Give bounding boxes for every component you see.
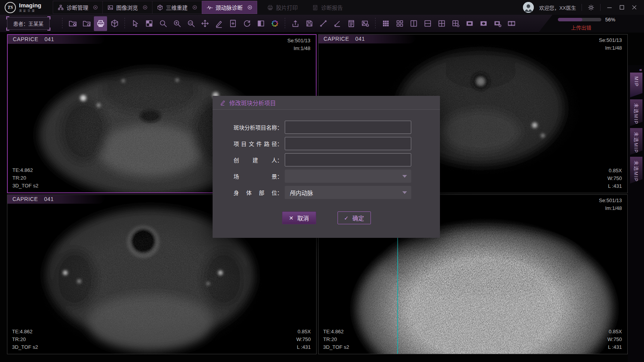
- app-window: TS Imaging 清影华康 诊断管理图像浏览三维重建颈动脉诊断胶片打印诊断报…: [0, 0, 644, 362]
- tool-folder-settings-icon[interactable]: [66, 16, 79, 31]
- tool-strip: x2: [59, 16, 518, 31]
- tool-image-upload-icon[interactable]: [358, 16, 372, 31]
- maximize-button[interactable]: [618, 4, 625, 11]
- field-label-text: 斑块分析项目名称: [234, 123, 277, 131]
- minimize-button[interactable]: [606, 4, 613, 11]
- chevron-down-icon: [402, 175, 407, 178]
- tab-label: 三维重建: [166, 3, 188, 11]
- tab-close-icon[interactable]: [142, 5, 148, 10]
- tool-layout-2x2-icon[interactable]: [435, 16, 448, 31]
- plaque-project-name-input[interactable]: [285, 121, 411, 134]
- tab-close-icon[interactable]: [93, 5, 98, 10]
- tool-search-icon[interactable]: [156, 16, 170, 31]
- brand-name: Imaging: [19, 2, 42, 9]
- close-button[interactable]: [631, 4, 638, 11]
- tool-upload-icon[interactable]: [289, 16, 302, 31]
- tool-cursor-icon[interactable]: [128, 16, 142, 31]
- field-control: 颅内动脉: [285, 186, 411, 199]
- printer-icon: [267, 4, 274, 11]
- tool-cube-icon[interactable]: [108, 16, 121, 31]
- overlay-line: TR:20: [12, 336, 38, 343]
- field-control: [285, 153, 411, 166]
- tool-measure-line-icon[interactable]: [317, 16, 330, 31]
- tab-image-browse[interactable]: 图像浏览: [102, 1, 152, 14]
- tool-printer-icon[interactable]: [94, 16, 107, 31]
- project-file-path-label: 项目文件路径：: [234, 140, 281, 147]
- overlay-line: 3D_TOF s2: [12, 182, 38, 190]
- cube-icon: [157, 4, 163, 11]
- tool-layout-close-icon[interactable]: [449, 16, 462, 31]
- tool-shape-ellipse-icon[interactable]: [477, 16, 490, 31]
- tab-close-icon[interactable]: [192, 5, 197, 10]
- app-logo: TS Imaging 清影华康: [0, 2, 47, 13]
- field-control: [285, 170, 411, 183]
- overlay-line: W:750: [296, 336, 311, 343]
- scene-select[interactable]: [285, 170, 411, 183]
- tool-shape-rect-remove-icon[interactable]: [491, 16, 504, 31]
- field-label-colon: ：: [277, 189, 281, 196]
- field-row-plaque-project-name: 斑块分析项目名称：: [234, 121, 411, 134]
- ok-button[interactable]: ✓ 确定: [338, 211, 371, 224]
- creator-input[interactable]: [285, 153, 411, 166]
- tool-contrast-icon[interactable]: [142, 16, 156, 31]
- tab-carotid-diagnosis[interactable]: 颈动脉诊断: [202, 1, 257, 14]
- tab-close-icon[interactable]: [247, 5, 253, 10]
- brand-subtitle: 清影华康: [19, 9, 42, 12]
- series-number: 041: [355, 36, 365, 43]
- side-tab-mip-4[interactable]: 未选MIP: [630, 157, 642, 184]
- overlay-line: Im:1/48: [599, 204, 622, 212]
- selected-value: 颅内动脉: [290, 189, 313, 197]
- edit-plaque-project-dialog: 修改斑块分析项目 斑块分析项目名称：项目文件路径：创建人：场景：身体部位：颅内动…: [213, 96, 440, 238]
- gear-icon[interactable]: [587, 4, 595, 11]
- project-file-path-input[interactable]: [285, 137, 411, 150]
- tool-layout-2col-icon[interactable]: [407, 16, 420, 31]
- series-number: 041: [44, 196, 54, 204]
- upload-progress-bar: [558, 18, 601, 21]
- tool-filmstrip-icon[interactable]: [505, 16, 518, 31]
- patient-label: 患者：王某某: [7, 17, 50, 30]
- field-control: [285, 137, 411, 150]
- tool-rotate-icon[interactable]: [240, 16, 253, 31]
- tool-pan-icon[interactable]: [198, 16, 211, 31]
- org-chart-icon: [57, 4, 64, 11]
- field-label-text: 创建人: [234, 156, 277, 164]
- tool-layout-2row-icon[interactable]: [421, 16, 434, 31]
- toolbar: 患者：王某某 x2 56% 上传出错: [0, 15, 644, 33]
- tab-3d-reconstruction[interactable]: 三维重建: [152, 1, 202, 14]
- field-label-colon: ：: [277, 156, 281, 164]
- tool-folder-add-icon[interactable]: [80, 16, 93, 31]
- overlay-top-right: Se:501/13Im:1/48: [287, 37, 310, 52]
- separator: [582, 4, 582, 11]
- series-name: CAPRICE: [324, 36, 349, 43]
- tool-save-icon[interactable]: [303, 16, 316, 31]
- side-tab-mip-2[interactable]: 未选MIP: [630, 99, 642, 126]
- tool-color-wheel-icon[interactable]: [268, 16, 281, 31]
- tool-pencil-icon[interactable]: [212, 16, 225, 31]
- series-number: 041: [45, 36, 54, 44]
- overlay-line: Im:1/48: [599, 44, 622, 52]
- body-part-select[interactable]: 颅内动脉: [285, 186, 411, 199]
- tool-layout-thumbs-icon[interactable]: [393, 16, 406, 31]
- side-tab-mip-1[interactable]: MIP: [630, 73, 642, 97]
- cancel-button[interactable]: ✕ 取消: [282, 211, 316, 224]
- waveform-icon: [206, 4, 213, 11]
- pencil-icon: [220, 100, 226, 106]
- tool-invert-icon[interactable]: [254, 16, 267, 31]
- user-avatar[interactable]: [523, 2, 534, 13]
- side-tab-mip-3[interactable]: 未选MIP: [630, 128, 642, 155]
- collapse-panel-icon[interactable]: «: [639, 67, 641, 73]
- tool-shape-rect-icon[interactable]: [463, 16, 476, 31]
- tool-measure-angle-icon[interactable]: [331, 16, 344, 31]
- dialog-body: 斑块分析项目名称：项目文件路径：创建人：场景：身体部位：颅内动脉: [213, 121, 440, 199]
- tool-grid-3x3-icon[interactable]: [379, 16, 392, 31]
- field-label-colon: ：: [277, 123, 281, 131]
- tool-zoom-2x-icon[interactable]: x2: [184, 16, 197, 31]
- welcome-text: 欢迎您，XX医生: [539, 4, 576, 11]
- overlay-line: TE:4.862: [323, 328, 349, 336]
- tool-report-icon[interactable]: [345, 16, 358, 31]
- tool-page-add-icon[interactable]: [226, 16, 239, 31]
- upload-error-text: 上传出错: [571, 24, 644, 31]
- tool-zoom-in-icon[interactable]: [170, 16, 184, 31]
- field-row-scene: 场景：: [234, 170, 411, 183]
- tab-diagnosis-management[interactable]: 诊断管理: [53, 1, 103, 14]
